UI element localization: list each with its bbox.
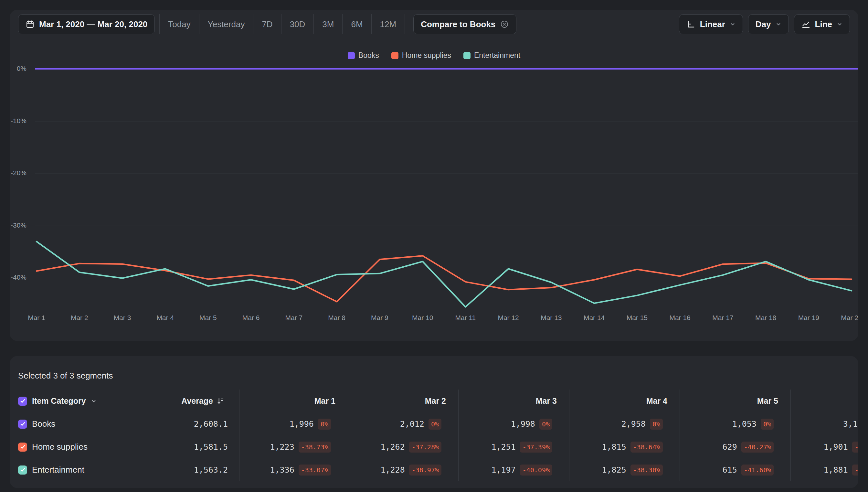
- line-chart-icon: [801, 20, 811, 29]
- pct-badge: -37.28%: [409, 442, 441, 452]
- item-category-header-label: Item Category: [32, 396, 86, 406]
- segment-row-home-supplies[interactable]: Home supplies: [10, 436, 165, 459]
- column-header-mar-4[interactable]: Mar 4: [569, 390, 680, 413]
- selected-segments-label: Selected 3 of 3 segments: [18, 371, 113, 381]
- segments-table: Item CategoryAverageMar 1Mar 2Mar 3Mar 4…: [10, 390, 858, 481]
- scale-label: Linear: [700, 19, 725, 29]
- day-cell: 1,223-38.73%: [239, 436, 348, 459]
- cell-value: 1,996: [289, 419, 314, 428]
- granularity-label: Day: [756, 19, 771, 29]
- column-header-mar-1[interactable]: Mar 1: [239, 390, 348, 413]
- preset-30d[interactable]: 30D: [281, 14, 314, 34]
- cell-value: 1,815: [602, 442, 626, 451]
- day-cell: 1,881-40.35%: [790, 459, 858, 481]
- column-header-average[interactable]: Average: [165, 390, 237, 413]
- x-axis-label: Mar 13: [532, 314, 571, 322]
- gridline: [35, 278, 858, 278]
- segment-row-entertainment[interactable]: Entertainment: [10, 459, 165, 481]
- x-axis-label: Mar 2: [60, 314, 99, 322]
- cell-value: 1,901: [823, 442, 848, 451]
- segment-row-books[interactable]: Books: [10, 413, 165, 436]
- chart-type-dropdown[interactable]: Line: [794, 14, 850, 34]
- checkbox-home-supplies[interactable]: [18, 443, 27, 451]
- compare-button[interactable]: Compare to Books: [413, 14, 516, 34]
- compare-label: Compare to Books: [421, 19, 495, 29]
- column-divider: [237, 459, 239, 481]
- gridline: [35, 69, 858, 69]
- y-axis-label: -40%: [10, 273, 26, 281]
- check-icon: [20, 398, 26, 404]
- column-header-mar-2[interactable]: Mar 2: [348, 390, 458, 413]
- day-cell: 1,0530%: [680, 413, 790, 436]
- gridline: [35, 121, 858, 122]
- column-header-mar-5[interactable]: Mar 5: [680, 390, 790, 413]
- scale-dropdown[interactable]: Linear: [679, 14, 743, 34]
- cell-value: 3,153: [843, 419, 858, 428]
- cell-value: 1,336: [270, 465, 294, 474]
- close-circle-icon[interactable]: [500, 20, 509, 29]
- date-range-button[interactable]: Mar 1, 2020 — Mar 20, 2020: [18, 14, 155, 34]
- granularity-dropdown[interactable]: Day: [748, 14, 789, 34]
- preset-3m[interactable]: 3M: [314, 14, 342, 34]
- y-axis-label: -10%: [10, 117, 26, 125]
- y-axis-label: 0%: [10, 65, 26, 72]
- preset-today[interactable]: Today: [160, 14, 199, 34]
- pct-badge: -41.60%: [741, 465, 774, 475]
- x-axis-label: Mar 5: [189, 314, 228, 322]
- preset-7d[interactable]: 7D: [253, 14, 281, 34]
- chart-type-label: Line: [815, 19, 832, 29]
- select-all-checkbox[interactable]: [18, 397, 27, 406]
- pct-badge: 0%: [318, 419, 331, 429]
- day-cell: 615-41.60%: [680, 459, 790, 481]
- day-cell: 3,1530%: [790, 413, 858, 436]
- column-header-mar-3[interactable]: Mar 3: [458, 390, 569, 413]
- x-axis-label: Mar 18: [746, 314, 785, 322]
- x-axis-label: Mar 3: [103, 314, 142, 322]
- y-axis-label: -20%: [10, 169, 26, 177]
- preset-12m[interactable]: 12M: [372, 14, 405, 34]
- pct-badge: -38.73%: [299, 442, 331, 452]
- chart-panel: Mar 1, 2020 — Mar 20, 2020 TodayYesterda…: [10, 10, 858, 341]
- day-cell: 629-40.27%: [680, 436, 790, 459]
- gridline: [35, 226, 858, 226]
- checkbox-books[interactable]: [18, 420, 27, 428]
- day-cell: 1,901-39.74%: [790, 436, 858, 459]
- y-axis-label: -30%: [10, 221, 26, 229]
- preset-6m[interactable]: 6M: [342, 14, 371, 34]
- cell-value: 1,881: [823, 465, 848, 474]
- day-cell: 1,251-37.39%: [458, 436, 569, 459]
- chevron-down-icon: [91, 398, 97, 404]
- legend-label: Entertainment: [474, 51, 520, 60]
- chevron-down-icon: [837, 21, 842, 27]
- gridline: [35, 173, 858, 174]
- day-cell: 1,9960%: [239, 413, 348, 436]
- cell-value: 629: [722, 442, 737, 451]
- toolbar: Mar 1, 2020 — Mar 20, 2020 TodayYesterda…: [10, 10, 858, 34]
- column-divider: [237, 436, 239, 459]
- cell-value: 615: [722, 465, 737, 474]
- x-axis-label: Mar 8: [317, 314, 356, 322]
- cell-value: 1,228: [380, 465, 405, 474]
- series-line-home-supplies: [36, 256, 851, 302]
- legend-label: Home supplies: [402, 51, 451, 60]
- legend-item-entertainment[interactable]: Entertainment: [463, 51, 520, 60]
- cell-value: 1,998: [511, 419, 535, 428]
- pct-badge: -39.74%: [852, 442, 858, 452]
- average-value: 1,581.5: [165, 436, 237, 459]
- date-range-label: Mar 1, 2020 — Mar 20, 2020: [39, 19, 147, 29]
- x-axis-label: Mar 19: [789, 314, 828, 322]
- legend-item-books[interactable]: Books: [348, 51, 379, 60]
- preset-yesterday[interactable]: Yesterday: [199, 14, 254, 34]
- segments-panel: Selected 3 of 3 segments Item CategoryAv…: [10, 356, 858, 488]
- x-axis-label: Mar 7: [274, 314, 313, 322]
- legend-swatch: [348, 52, 355, 59]
- cell-value: 1,825: [602, 465, 626, 474]
- cell-value: 2,958: [621, 419, 646, 428]
- average-value: 2,608.1: [165, 413, 237, 436]
- legend-item-home-supplies[interactable]: Home supplies: [391, 51, 451, 60]
- day-cell: 2,0120%: [348, 413, 458, 436]
- column-header-item-category[interactable]: Item Category: [10, 390, 165, 413]
- pct-badge: -38.30%: [631, 465, 663, 475]
- checkbox-entertainment[interactable]: [18, 466, 27, 474]
- check-icon: [20, 421, 26, 427]
